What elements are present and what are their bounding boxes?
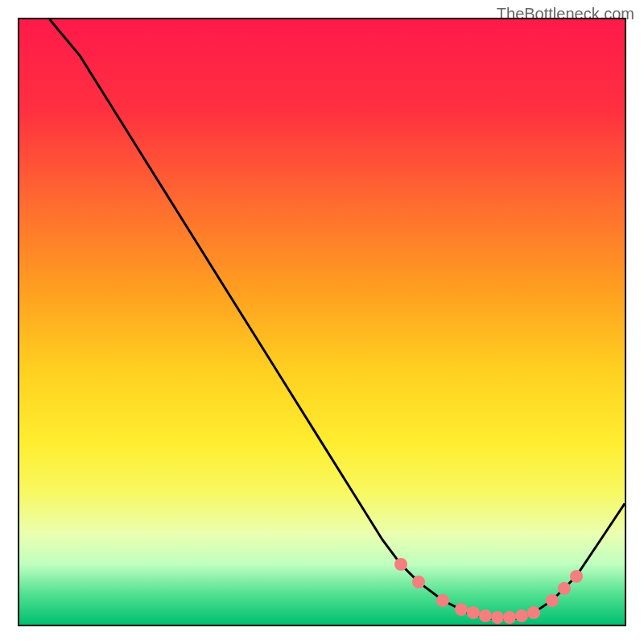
data-dot	[467, 606, 480, 619]
data-dot	[394, 558, 407, 571]
data-dot	[412, 576, 425, 588]
data-dot	[491, 611, 504, 624]
data-dot	[455, 603, 468, 616]
curve-line	[19, 19, 625, 625]
data-dot	[503, 611, 516, 624]
data-dot	[570, 570, 583, 583]
data-dot	[436, 594, 449, 607]
data-dot	[479, 609, 492, 622]
chart-plot-area	[18, 18, 626, 626]
data-dot	[515, 609, 528, 622]
data-dot	[558, 582, 571, 595]
data-dot	[527, 606, 540, 619]
data-dot	[546, 594, 559, 607]
